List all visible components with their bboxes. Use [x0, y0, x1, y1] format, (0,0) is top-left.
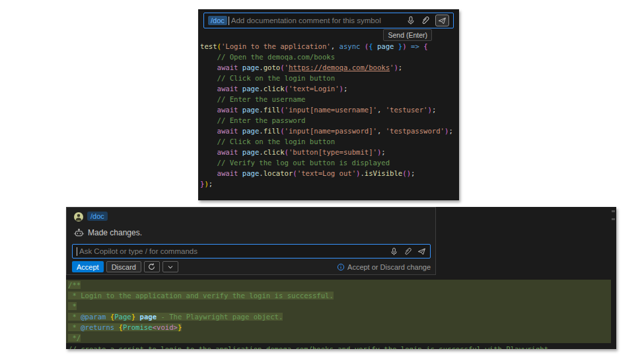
copilot-icon — [74, 228, 84, 241]
screenshot-canvas: /doc — [0, 0, 644, 357]
clipped-comment-line: // create a script to login to the appli… — [68, 344, 610, 349]
copilot-chat-input[interactable] — [72, 244, 431, 258]
code-token — [200, 63, 217, 71]
code-token: click — [264, 85, 285, 93]
hint-text: Accept or Discard change — [347, 263, 431, 271]
code-token: await — [217, 169, 238, 177]
code-line: /** — [68, 280, 611, 290]
code-token: , — [377, 127, 386, 135]
code-token: 'text=Log out' — [297, 169, 356, 177]
code-token: 'button[type=submit]' — [289, 148, 377, 156]
send-icon[interactable] — [435, 15, 449, 26]
code-token: ; — [411, 169, 415, 177]
code-line: // Open the demoqa.com/books — [200, 52, 458, 62]
code-token: await — [217, 106, 238, 114]
code-token: 'text=Login' — [289, 85, 340, 93]
code-token: ; — [448, 127, 452, 135]
inserted-diff-block[interactable]: /** * Login to the application and verif… — [66, 280, 611, 343]
code-line: await page.fill('input[name=password]', … — [200, 126, 458, 136]
code-token — [200, 127, 217, 135]
info-icon — [337, 263, 345, 271]
code-token: ; — [381, 148, 385, 156]
code-token: // Click on the login button — [200, 138, 335, 145]
code-token: */ — [68, 334, 81, 342]
send-icon[interactable] — [417, 247, 426, 256]
code-token — [200, 106, 217, 114]
code-token: 'Login to the application' — [221, 42, 331, 50]
code-token: ; — [209, 180, 213, 188]
code-token: async — [340, 42, 361, 50]
bottom-editor-panel: /doc Made changes. — [66, 207, 616, 349]
status-text: Made changes. — [88, 228, 142, 237]
code-line: * @param {Page} page - The Playwright pa… — [68, 311, 611, 322]
paperclip-icon[interactable] — [421, 16, 430, 25]
chat-input-actions — [406, 15, 449, 26]
accept-discard-hint: Accept or Discard change — [337, 263, 431, 271]
code-token: * — [68, 323, 81, 331]
code-token: test — [200, 42, 217, 50]
code-token: } — [178, 323, 182, 331]
code-token: /** — [68, 281, 81, 289]
code-token: page — [242, 169, 260, 177]
code-line: // Enter the username — [200, 94, 458, 104]
chat-input-field[interactable] — [229, 17, 406, 24]
doc-chat-input[interactable]: /doc — [203, 13, 454, 28]
code-token — [200, 169, 217, 177]
more-actions-dropdown[interactable] — [162, 261, 178, 272]
slash-command-chip: /doc — [208, 16, 227, 25]
code-token: Promise — [123, 323, 153, 331]
editor-code[interactable]: test('Login to the application', async (… — [200, 41, 458, 189]
code-line: // create a script to login to the appli… — [68, 344, 610, 349]
code-token: // Click on the login button — [200, 74, 335, 82]
code-token: click — [264, 148, 285, 156]
diff-action-bar: Accept Discard — [72, 261, 178, 272]
code-link[interactable]: https://demoqa.com/books — [289, 63, 390, 71]
code-token: * — [68, 302, 77, 310]
code-token: Page — [114, 313, 131, 321]
editor-scrollbar[interactable] — [611, 207, 616, 349]
code-token: , — [331, 42, 340, 50]
code-token: // create a script to login to the appli… — [68, 345, 548, 349]
code-token: 'input[name=username]' — [285, 106, 377, 114]
code-line: // Enter the password — [200, 115, 458, 126]
code-token: page — [242, 63, 260, 71]
code-line: // Verify the log out button is displaye… — [200, 157, 458, 168]
code-token: 'testpassword' — [386, 127, 445, 135]
mic-icon[interactable] — [390, 247, 398, 256]
code-token: page — [242, 85, 260, 93]
chat-input-field[interactable] — [77, 247, 390, 255]
accept-button[interactable]: Accept — [72, 261, 104, 272]
code-token — [200, 85, 217, 93]
code-line: await page.click('text=Login'); — [200, 83, 458, 94]
mic-icon[interactable] — [406, 16, 415, 25]
code-token: 'testuser' — [386, 106, 428, 114]
code-token: await — [217, 63, 238, 71]
code-token: fill — [264, 127, 281, 135]
code-token: await — [217, 148, 238, 156]
code-token: , — [377, 106, 386, 114]
discard-button[interactable]: Discard — [106, 261, 141, 272]
code-token: * Login to the application and verify th… — [68, 292, 334, 299]
undo-button[interactable] — [144, 261, 160, 272]
code-token: isVisible — [365, 169, 402, 177]
paperclip-icon[interactable] — [404, 247, 412, 256]
code-token: // Open the demoqa.com/books — [200, 53, 335, 61]
code-line: }); — [200, 178, 458, 189]
code-line: * @returns {Promise<void>} — [68, 322, 611, 333]
send-tooltip: Send (Enter) — [383, 29, 432, 41]
code-token: // Verify the log out button is displaye… — [200, 159, 390, 167]
code-token: ; — [343, 85, 347, 93]
code-token: // Enter the password — [200, 116, 305, 124]
code-token: locator — [264, 169, 293, 177]
code-token: page — [242, 106, 260, 114]
scrollbar-mark — [612, 218, 615, 220]
code-line: * — [68, 301, 611, 311]
code-line: await page.fill('input[name=username]', … — [200, 104, 458, 115]
code-token: await — [217, 85, 238, 93]
code-line: * Login to the application and verify th… — [68, 290, 611, 301]
code-token: // Enter the username — [200, 95, 305, 103]
code-line: await page.locator('text=Log out').isVis… — [200, 168, 458, 178]
code-token: fill — [264, 106, 281, 114]
code-token: ; — [432, 106, 436, 114]
code-token: ; — [398, 63, 402, 71]
